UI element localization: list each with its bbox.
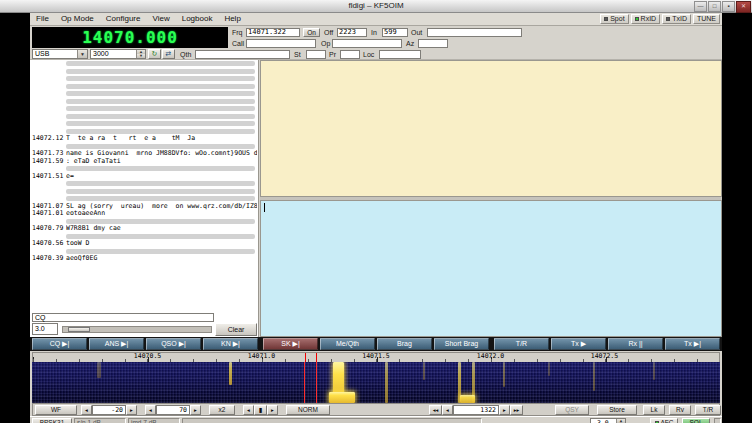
op-field[interactable]: [332, 39, 402, 48]
menubar-button-rxid[interactable]: RxID: [631, 14, 661, 24]
macro-button-9[interactable]: T/R: [494, 338, 549, 350]
squelch-level-spinner[interactable]: -3.0 ▲▼: [590, 418, 626, 423]
window-close-button[interactable]: ✕: [736, 1, 751, 13]
squelch-spinner-arrows[interactable]: ▲▼: [616, 419, 625, 423]
pr-field[interactable]: [340, 50, 360, 59]
menubar-button-txid[interactable]: TxID: [662, 14, 691, 24]
macro-button-12[interactable]: Tx ▶|: [665, 338, 720, 350]
window-minimize-button[interactable]: —: [694, 1, 707, 12]
macro-button-6[interactable]: Me/Qth: [320, 338, 375, 350]
browser-row[interactable]: [30, 165, 258, 173]
qsy-button[interactable]: QSY: [555, 405, 589, 415]
upper-level-value[interactable]: -20: [92, 405, 126, 415]
browser-squelch-value[interactable]: 3.0: [32, 323, 58, 335]
carrier-value[interactable]: 1322: [453, 405, 499, 415]
browser-row[interactable]: 14072.12T te a ra t rt e a tM Ja: [30, 135, 258, 143]
qth-field[interactable]: [195, 50, 290, 59]
menu-help[interactable]: Help: [218, 13, 246, 25]
txrx-button[interactable]: T/R: [695, 405, 721, 415]
macro-button-1[interactable]: CQ ▶|: [32, 338, 87, 350]
browser-row[interactable]: [30, 105, 258, 113]
carrier-up-icon[interactable]: ▸: [499, 405, 510, 415]
center-signal-button[interactable]: ▮: [254, 405, 267, 415]
shift-right-icon[interactable]: ▸: [267, 405, 278, 415]
upper-level-decrease-icon[interactable]: ◂: [81, 405, 92, 415]
window-shade-button[interactable]: ▪: [722, 1, 735, 12]
browser-row[interactable]: [30, 128, 258, 136]
browser-row[interactable]: [30, 98, 258, 106]
menu-configure[interactable]: Configure: [100, 13, 147, 25]
browser-row[interactable]: [30, 233, 258, 241]
macro-button-10[interactable]: Tx ▶: [551, 338, 606, 350]
browser-row[interactable]: [30, 120, 258, 128]
range-decrease-icon[interactable]: ◂: [145, 405, 156, 415]
browser-row[interactable]: 14071.59: eTaD eTaTati: [30, 158, 258, 166]
browser-row[interactable]: [30, 180, 258, 188]
window-maximize-button[interactable]: □: [708, 1, 721, 12]
lock-button[interactable]: Lk: [643, 405, 665, 415]
store-button[interactable]: Store: [597, 405, 637, 415]
time-off-field[interactable]: 2223: [337, 28, 367, 37]
browser-row[interactable]: [30, 75, 258, 83]
carrier-down-icon[interactable]: ◂: [442, 405, 453, 415]
bandwidth-spinner[interactable]: ▲▼: [136, 50, 145, 58]
rx-text-pane[interactable]: [260, 60, 722, 197]
browser-row[interactable]: 14071.73name is Giovanni mrno JM88DVfo: …: [30, 150, 258, 158]
rst-out-field[interactable]: [427, 28, 522, 37]
macro-button-11[interactable]: Rx ||: [608, 338, 663, 350]
st-field[interactable]: [306, 50, 326, 59]
frq-field[interactable]: 14071.322: [246, 28, 300, 37]
menubar-button-spot[interactable]: Spot: [600, 14, 628, 24]
browser-row[interactable]: [30, 248, 258, 256]
upper-level-increase-icon[interactable]: ▸: [126, 405, 137, 415]
browser-row[interactable]: 14071.07SL ag (sorry ureau) more on www.…: [30, 203, 258, 211]
az-field[interactable]: [418, 39, 448, 48]
carrier-fast-down-icon[interactable]: ◂◂: [429, 405, 442, 415]
browser-row[interactable]: [30, 83, 258, 91]
call-field[interactable]: [246, 39, 316, 48]
mode-status-button[interactable]: BPSK31: [32, 418, 72, 423]
browser-row[interactable]: [30, 113, 258, 121]
macro-button-4[interactable]: KN ▶|: [203, 338, 258, 350]
range-value[interactable]: 70: [156, 405, 190, 415]
sideband-combo[interactable]: USB ▼: [32, 49, 88, 59]
refresh-icon[interactable]: ↻: [148, 49, 161, 59]
menu-view[interactable]: View: [146, 13, 175, 25]
macro-button-3[interactable]: QSO ▶|: [146, 338, 201, 350]
browser-row[interactable]: 14070.56tooW D: [30, 240, 258, 248]
browser-row[interactable]: 14071.01eotoaeeAnn: [30, 210, 258, 218]
chevron-down-icon[interactable]: ▼: [77, 50, 87, 58]
tx-text-pane[interactable]: [260, 200, 722, 337]
browser-row[interactable]: 14070.39aeoQf0EG: [30, 255, 258, 263]
wf-mode-button[interactable]: WF: [35, 405, 77, 415]
range-increase-icon[interactable]: ▸: [190, 405, 201, 415]
browser-row[interactable]: [30, 143, 258, 151]
spin-down-icon[interactable]: ▼: [136, 54, 145, 58]
sql-button[interactable]: SQL: [682, 418, 710, 423]
menubar-button-tune[interactable]: TUNE: [693, 14, 720, 24]
shift-left-icon[interactable]: ◂: [243, 405, 254, 415]
seek-input[interactable]: CQ: [32, 313, 214, 322]
afc-button[interactable]: AFC: [650, 418, 678, 423]
waterfall-display[interactable]: [32, 362, 720, 403]
swap-icon[interactable]: ⇄: [162, 49, 175, 59]
browser-row[interactable]: [30, 218, 258, 226]
browser-row[interactable]: [30, 68, 258, 76]
browser-row[interactable]: [30, 90, 258, 98]
browser-row[interactable]: [30, 188, 258, 196]
menu-file[interactable]: File: [30, 13, 55, 25]
macro-button-7[interactable]: Brag: [377, 338, 432, 350]
menu-logbook[interactable]: Logbook: [176, 13, 219, 25]
bandwidth-combo[interactable]: 3000 ▲▼: [90, 49, 146, 59]
vfo-frequency-display[interactable]: 14070.000: [32, 27, 228, 48]
reverse-button[interactable]: Rv: [669, 405, 691, 415]
macro-button-5[interactable]: SK ▶|: [263, 338, 318, 350]
on-button[interactable]: On: [303, 28, 320, 37]
slider-thumb[interactable]: [68, 327, 90, 332]
drop-speed-button[interactable]: NORM: [286, 405, 330, 415]
browser-row[interactable]: 14070.79W7R8B1 dmy cae: [30, 225, 258, 233]
rst-in-field[interactable]: 599: [382, 28, 408, 37]
carrier-fast-up-icon[interactable]: ▸▸: [510, 405, 523, 415]
loc-field[interactable]: [379, 50, 421, 59]
browser-squelch-slider[interactable]: [62, 326, 212, 333]
